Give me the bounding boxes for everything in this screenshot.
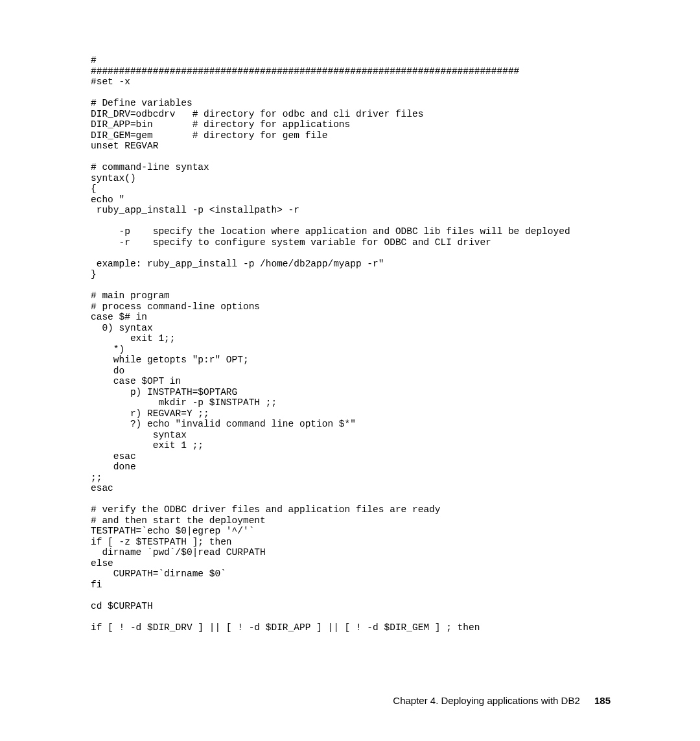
page-number: 185 xyxy=(594,695,611,706)
code-block: # ######################################… xyxy=(91,55,616,633)
page-content: # ######################################… xyxy=(91,55,616,633)
chapter-title: Chapter 4. Deploying applications with D… xyxy=(393,695,580,706)
page-footer: Chapter 4. Deploying applications with D… xyxy=(393,695,611,706)
